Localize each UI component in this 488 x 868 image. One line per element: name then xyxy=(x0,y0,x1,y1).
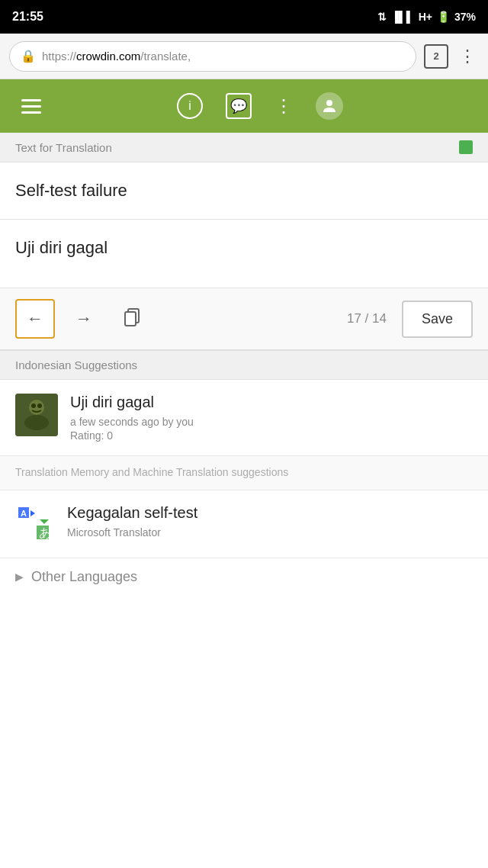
suggestions-section-label: Indonesian Suggestions xyxy=(0,351,488,380)
tm-label-text: Translation Memory and Machine Translati… xyxy=(15,466,288,478)
url-protocol: https:// xyxy=(42,50,76,63)
signal-icon: ▐▌▌ xyxy=(391,11,414,23)
other-languages-label: Other Languages xyxy=(31,569,137,585)
suggestion-rating: Rating: 0 xyxy=(70,429,473,442)
url-bar[interactable]: 🔒 https://crowdin.com/translate, xyxy=(9,41,416,72)
prev-button[interactable]: ← xyxy=(15,299,55,339)
more-options-button[interactable]: ⋮ xyxy=(274,95,293,117)
chat-button[interactable]: 💬 xyxy=(226,93,252,119)
menu-line-2 xyxy=(21,105,41,108)
suggestions-label-text: Indonesian Suggestions xyxy=(15,358,137,371)
tab-count[interactable]: 2 xyxy=(424,44,448,69)
url-path: /translate, xyxy=(140,50,191,63)
next-icon: → xyxy=(75,309,92,329)
url-text: https://crowdin.com/translate, xyxy=(42,50,191,63)
hamburger-menu-button[interactable] xyxy=(15,93,47,120)
suggestion-avatar xyxy=(15,394,58,436)
avatar-image xyxy=(15,394,58,436)
tm-content: Kegagalan self-test Microsoft Translator xyxy=(67,504,473,538)
tm-section-label: Translation Memory and Machine Translati… xyxy=(0,456,488,490)
translation-section-label: Text for Translation xyxy=(0,133,488,162)
status-bar: 21:55 ⇅ ▐▌▌ H+ 🔋 37% xyxy=(0,0,488,34)
svg-marker-13 xyxy=(40,519,49,524)
source-text-content: Self-test failure xyxy=(15,181,127,200)
info-icon: i xyxy=(188,99,191,113)
next-button[interactable]: → xyxy=(64,299,104,339)
svg-point-7 xyxy=(37,403,42,408)
prev-icon: ← xyxy=(27,309,43,329)
svg-text:A: A xyxy=(21,509,27,518)
tm-text: Kegagalan self-test xyxy=(67,504,473,522)
green-status-dot xyxy=(459,140,473,154)
section-label-text: Text for Translation xyxy=(15,141,112,154)
suggestion-meta: a few seconds ago by you xyxy=(70,416,473,428)
user-icon xyxy=(320,97,339,115)
svg-point-6 xyxy=(31,403,36,408)
source-text: Self-test failure xyxy=(0,162,488,220)
svg-marker-10 xyxy=(30,510,35,516)
save-button[interactable]: Save xyxy=(402,301,473,338)
svg-point-0 xyxy=(326,100,332,106)
other-languages-arrow: ▶ xyxy=(15,571,24,583)
suggestion-content: Uji diri gagal a few seconds ago by you … xyxy=(70,394,473,442)
copy-icon xyxy=(122,306,143,332)
translation-text-content: Uji diri gagal xyxy=(15,238,108,257)
url-domain: crowdin.com xyxy=(76,50,140,63)
app-header: i 💬 ⋮ xyxy=(0,79,488,133)
time: 21:55 xyxy=(12,10,43,24)
user-avatar[interactable] xyxy=(316,92,343,120)
lock-icon: 🔒 xyxy=(21,49,36,63)
svg-text:あ: あ xyxy=(39,526,51,539)
tm-icon-svg: A あ xyxy=(15,504,55,544)
tm-icon: A あ xyxy=(15,504,55,544)
other-languages-section[interactable]: ▶ Other Languages xyxy=(0,558,488,596)
network-type: H+ xyxy=(419,11,432,23)
menu-line-3 xyxy=(21,111,41,114)
battery-icon: 🔋 xyxy=(437,11,450,23)
network-arrows-icon: ⇅ xyxy=(377,11,387,23)
chat-icon: 💬 xyxy=(230,98,247,114)
info-button[interactable]: i xyxy=(177,93,203,119)
copy-button[interactable] xyxy=(113,299,152,339)
suggestion-text: Uji diri gagal xyxy=(70,394,473,411)
svg-rect-2 xyxy=(125,312,136,326)
tm-source: Microsoft Translator xyxy=(67,526,473,538)
tm-suggestion-item[interactable]: A あ Kegagalan self-test Microsoft Transl… xyxy=(0,490,488,558)
svg-point-5 xyxy=(24,415,49,430)
browser-bar: 🔒 https://crowdin.com/translate, 2 ⋮ xyxy=(0,34,488,79)
header-icons: i 💬 ⋮ xyxy=(47,92,473,120)
browser-menu-icon[interactable]: ⋮ xyxy=(456,43,479,69)
suggestion-item[interactable]: Uji diri gagal a few seconds ago by you … xyxy=(0,380,488,456)
battery-percent: 37% xyxy=(454,11,476,23)
menu-line-1 xyxy=(21,99,41,101)
status-icons: ⇅ ▐▌▌ H+ 🔋 37% xyxy=(377,11,476,23)
translation-toolbar: ← → 17 / 14 Save xyxy=(0,288,488,351)
translation-text[interactable]: Uji diri gagal xyxy=(0,220,488,288)
translation-counter: 17 / 14 xyxy=(162,311,393,326)
